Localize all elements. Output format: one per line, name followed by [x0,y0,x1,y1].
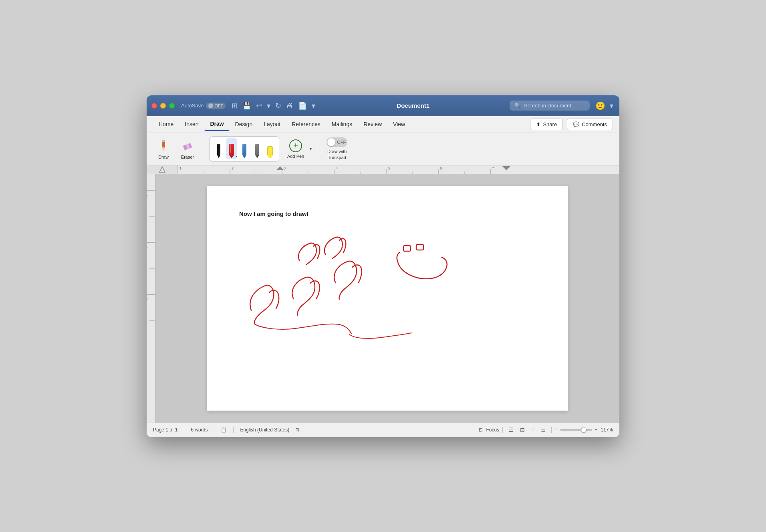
pen-red-shape [228,144,235,158]
status-sep-2 [214,427,214,433]
proofing-icon[interactable]: 📋 [221,427,227,433]
ruler-corner-icon [159,166,166,173]
search-bar[interactable]: 🔍 Search in Document [510,101,590,111]
svg-text:3: 3 [147,298,149,300]
zoom-minus[interactable]: − [555,427,558,433]
ribbon: Home Insert Draw Design Layout Reference… [147,116,619,165]
zoom-level: 117% [601,427,613,433]
eraser-icon [180,139,195,153]
save-icon[interactable]: 💾 [241,100,252,111]
share-label: Share [543,121,557,127]
svg-text:3: 3 [284,166,286,170]
list-view-btn[interactable]: ≣ [538,425,548,434]
svg-marker-5 [159,167,165,172]
slider-thumb [581,427,587,433]
comments-label: Comments [582,121,607,127]
status-bar: Page 1 of 1 6 words 📋 English (United St… [147,423,619,437]
ruler-area: 1 2 3 4 5 6 7 [147,165,619,174]
add-pen-chevron[interactable]: ▾ [310,147,312,151]
pen-black[interactable] [213,138,224,159]
share-doc-icon[interactable]: 📄 [297,100,308,111]
comments-button[interactable]: 💬 Comments [567,119,613,130]
search-placeholder: Search in Document [524,103,571,109]
pen-red[interactable]: ▾ [226,138,237,159]
expand-icon[interactable]: ▾ [609,100,615,111]
autosave-toggle[interactable]: OFF [206,103,226,109]
svg-rect-39 [403,246,411,251]
tab-insert[interactable]: Insert [179,118,204,131]
minimize-button[interactable] [160,103,166,109]
slider-track[interactable] [560,429,592,431]
eraser-label: Eraser [181,155,194,159]
add-pen-button[interactable]: + Add Pen [284,138,307,160]
tab-references[interactable]: References [286,118,326,131]
word-count: 6 words [191,427,208,433]
pen-dropdown-icon[interactable]: ▾ [236,155,237,158]
svg-text:5: 5 [388,166,390,170]
pen-gray[interactable] [252,138,263,159]
outline-view-btn[interactable]: ≡ [529,425,537,434]
tab-draw[interactable]: Draw [204,117,229,131]
svg-marker-28 [502,166,510,170]
draw-label: Draw [158,155,169,159]
svg-marker-1 [162,147,165,151]
toggle-off-label: OFF [337,140,346,145]
pen-black-shape [216,144,222,158]
document-layout-icon[interactable]: ⊞ [230,100,239,111]
close-button[interactable] [151,103,157,109]
zoom-plus[interactable]: + [595,427,597,433]
maximize-button[interactable] [169,103,175,109]
autosave-label: AutoSave [181,103,204,109]
document-area[interactable]: Now I am going to draw! [155,174,619,423]
draw-tool-icon [156,139,171,153]
ruler-horizontal: 1 2 3 4 5 6 7 [178,165,619,174]
focus-icon[interactable]: ⊡ [479,427,483,433]
share-icon: ⬆ [536,121,540,127]
svg-text:2: 2 [232,166,234,170]
print-icon[interactable]: 🖨 [285,100,294,111]
draw-trackpad-toggle-row: OFF [327,137,347,147]
svg-rect-40 [416,244,423,250]
undo-dropdown-icon[interactable]: ▾ [266,100,272,111]
tab-home[interactable]: Home [153,118,179,131]
title-text: Document1 [397,102,429,109]
app-window: AutoSave OFF ⊞ 💾 ↩ ▾ ↻ 🖨 📄 ▾ Document1 [147,95,619,437]
undo-icon[interactable]: ↩ [255,100,263,111]
pen-blue[interactable] [239,138,250,159]
basic-draw-tools: Draw Eraser [153,137,198,161]
eraser-tool[interactable]: Eraser [177,137,198,161]
drawing-canvas [207,186,568,411]
add-pen-label: Add Pen [287,154,304,159]
share-button[interactable]: ⬆ Share [530,119,563,130]
zoom-slider[interactable]: − + [555,427,597,433]
pen-yellow-highlighter[interactable] [264,138,276,159]
draw-trackpad-section: OFF Draw withTrackpad [327,137,347,160]
print-view-btn[interactable]: ⊡ [518,425,527,434]
svg-rect-2 [162,140,165,142]
ribbon-actions: ⬆ Share 💬 Comments [530,119,613,130]
title-bar: AutoSave OFF ⊞ 💾 ↩ ▾ ↻ 🖨 📄 ▾ Document1 [147,95,619,116]
toggle-knob [327,138,335,146]
tab-review[interactable]: Review [358,118,387,131]
emoji-button[interactable]: 🙂 [595,101,605,111]
draw-trackpad-label: Draw withTrackpad [327,149,347,160]
autosave-section: AutoSave OFF [181,103,226,109]
tab-mailings[interactable]: Mailings [326,118,358,131]
draw-tool[interactable]: Draw [153,137,174,161]
ruler-vertical: 1 2 3 [147,174,155,423]
layout-view-btn[interactable]: ☰ [506,425,516,434]
redo-icon[interactable]: ↻ [274,100,282,111]
tab-layout[interactable]: Layout [258,118,286,131]
page-info: Page 1 of 1 [153,427,177,433]
ruler-corner [147,165,178,174]
tab-view[interactable]: View [387,118,411,131]
status-sep-3 [233,427,234,433]
customize-icon[interactable]: ▾ [310,100,316,111]
svg-text:2: 2 [147,246,149,248]
svg-text:1: 1 [179,166,181,170]
draw-trackpad-toggle[interactable]: OFF [327,137,347,147]
svg-marker-27 [276,166,284,170]
tab-design[interactable]: Design [230,118,258,131]
svg-text:1: 1 [147,194,149,196]
toolbar-separator-2 [317,145,318,153]
